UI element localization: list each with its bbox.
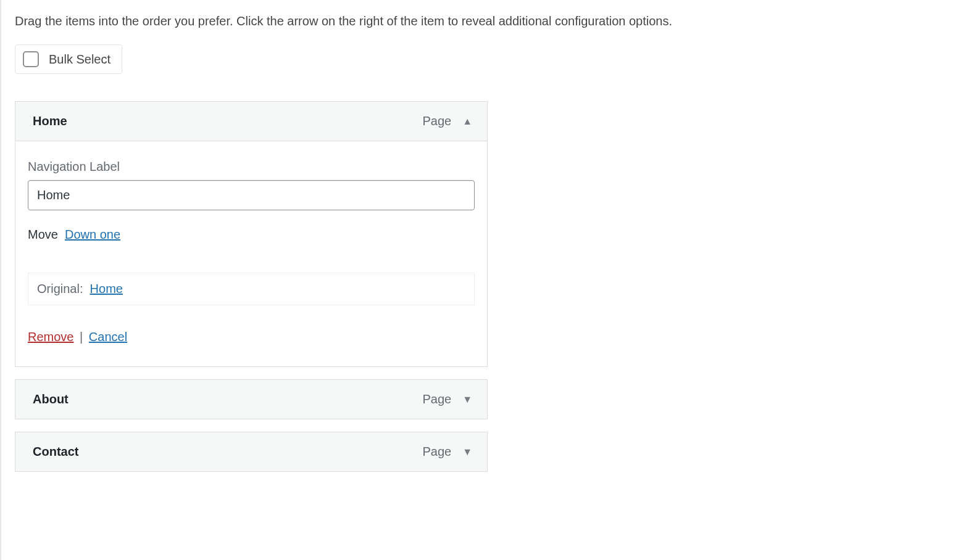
menu-item-contact[interactable]: Contact Page ▼ [15, 432, 488, 472]
navigation-label-input[interactable] [28, 180, 475, 210]
menu-item-header[interactable]: About Page ▼ [15, 379, 488, 419]
bulk-select-checkbox[interactable] [23, 51, 39, 67]
original-prefix: Original: [37, 282, 83, 295]
menu-item-home[interactable]: Home Page ▲ Navigation Label Move Down o… [15, 101, 488, 367]
menu-item-title: About [33, 392, 422, 406]
cancel-link[interactable]: Cancel [89, 330, 127, 344]
bulk-select-label: Bulk Select [49, 52, 110, 67]
move-row: Move Down one [28, 228, 475, 242]
menu-item-type: Page [422, 445, 451, 459]
chevron-down-icon[interactable]: ▼ [462, 395, 472, 405]
bulk-select-container: Bulk Select [15, 44, 122, 74]
remove-link[interactable]: Remove [28, 330, 73, 344]
actions-row: Remove | Cancel [28, 330, 475, 344]
instructions-text: Drag the items into the order you prefer… [15, 12, 946, 30]
menu-item-type: Page [422, 114, 451, 128]
chevron-up-icon[interactable]: ▲ [462, 117, 472, 126]
chevron-down-icon[interactable]: ▼ [462, 447, 472, 457]
original-link[interactable]: Home [90, 282, 123, 295]
menu-item-title: Home [33, 114, 422, 128]
menu-item-header[interactable]: Home Page ▲ [15, 101, 488, 141]
menu-item-title: Contact [33, 445, 422, 459]
menu-item-header[interactable]: Contact Page ▼ [15, 432, 488, 472]
menu-item-settings-panel: Navigation Label Move Down one Original:… [15, 141, 488, 367]
navigation-label-title: Navigation Label [28, 160, 475, 174]
move-label: Move [28, 228, 58, 241]
menu-items-list: Home Page ▲ Navigation Label Move Down o… [15, 101, 488, 472]
move-down-one-link[interactable]: Down one [65, 228, 120, 241]
original-box: Original: Home [28, 273, 475, 305]
menu-item-type: Page [422, 392, 451, 406]
separator: | [80, 330, 83, 344]
menu-item-about[interactable]: About Page ▼ [15, 379, 488, 419]
